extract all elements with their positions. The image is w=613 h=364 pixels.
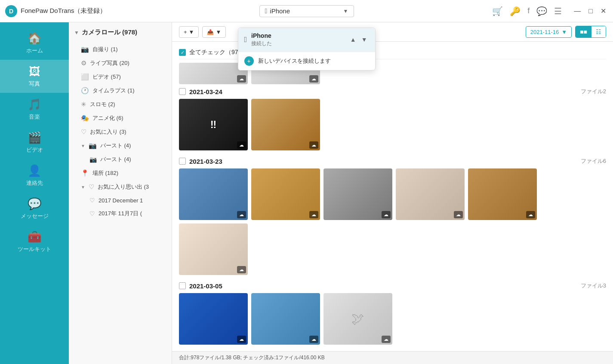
selfie-icon: 📷 [81, 46, 89, 53]
photo-item[interactable]: ‼ ☁ [179, 99, 248, 150]
cloud-icon: ☁ [454, 211, 463, 218]
app-logo: D [5, 5, 17, 17]
device-selector[interactable]:  iPhone ▼ [259, 5, 354, 17]
memory-2017dec-label: 2017 December 1 [99, 197, 143, 204]
dropdown-device-status: 接続した [251, 40, 348, 47]
dropdown-down-btn[interactable]: ▼ [360, 35, 369, 44]
timelapse-icon: 🕐 [81, 87, 89, 95]
sidebar-item-photos[interactable]: 🖼 写真 [0, 60, 69, 93]
date-value: 2021-11-16 [530, 29, 559, 35]
sidebar-burst-sub[interactable]: 📷 バースト (4) [69, 153, 172, 166]
livephoto-label: ライブ写真 (20) [90, 59, 129, 67]
cloud-icon: ☁ [382, 336, 391, 343]
dropdown-up-btn[interactable]: ▲ [348, 35, 358, 44]
date-checkbox-2021-03-24[interactable] [179, 88, 186, 95]
import-button[interactable]: 📤 ▼ [202, 26, 226, 38]
selfie-label: 自撮り (1) [92, 46, 118, 53]
sidebar-burst[interactable]: ▼ 📷 バースト (4) [69, 139, 172, 153]
sidebar-livephoto[interactable]: ⚙ ライブ写真 (20) [69, 56, 172, 70]
cart-icon[interactable]: 🛒 [492, 6, 503, 16]
sidebar-item-messages[interactable]: 💬 メッセージ [0, 192, 69, 225]
menu-icon[interactable]: ☰ [554, 6, 562, 16]
sidebar-item-contacts[interactable]: 👤 連絡先 [0, 159, 69, 192]
secondary-sidebar: ▼ カメラロール (978) 📷 自撮り (1) ⚙ ライブ写真 (20) ⬜ … [69, 22, 172, 364]
photo-item[interactable]: ☁ [251, 99, 320, 150]
date-checkbox-2021-03-23[interactable] [179, 158, 186, 165]
memories-icon: ♡ [89, 183, 94, 191]
photo-item[interactable]: 🕊 ☁ [323, 293, 392, 345]
burst-sub-icon: 📷 [89, 156, 97, 163]
sidebar-video[interactable]: ⬜ ビデオ (57) [69, 70, 172, 84]
dropdown-iphone-item[interactable]:  iPhone 接続した ▲ ▼ [238, 28, 375, 52]
add-button[interactable]: + ▼ [179, 26, 199, 38]
sidebar-memories[interactable]: ▼ ♡ お気に入り思い出 (3 [69, 180, 172, 194]
memories-label: お気に入り思い出 (3 [98, 183, 149, 191]
chevron-down-icon: ▼ [343, 8, 348, 14]
sidebar-label-photos: 写真 [29, 80, 40, 88]
photo-item[interactable]: ☁ [251, 168, 320, 220]
date-chevron-icon: ▼ [561, 29, 567, 35]
sidebar-places[interactable]: 📍 場所 (182) [69, 166, 172, 180]
photo-item[interactable]: ☁ [323, 168, 392, 220]
photo-item[interactable]: ☁ [251, 293, 320, 345]
cloud-icon: ☁ [382, 211, 391, 218]
toolbox-icon: 🧰 [28, 230, 41, 244]
app-name: FonePaw DoTrans（未登録） [21, 7, 107, 15]
date-label-2021-03-05: 2021-03-05 [189, 282, 577, 290]
livephoto-icon: ⚙ [81, 59, 86, 67]
sidebar-memory-2017-nov[interactable]: ♡ 2017年 11月7日 ( [69, 207, 172, 220]
key-icon[interactable]: 🔑 [510, 6, 521, 16]
device-selector-wrapper:  iPhone ▼  iPhone 接続した ▲ ▼ + 新しいデバイスを接… [259, 5, 354, 17]
sidebar-item-music[interactable]: 🎵 音楽 [0, 93, 69, 126]
sidebar-slomo[interactable]: ✳ スロモ (2) [69, 98, 172, 111]
sidebar-label-home: ホーム [26, 47, 43, 55]
photo-item[interactable]: ☁ [179, 223, 248, 275]
sidebar-memory-2017-dec[interactable]: ♡ 2017 December 1 [69, 194, 172, 207]
chat-icon[interactable]: 💬 [536, 6, 547, 16]
date-selector[interactable]: 2021-11-16 ▼ [526, 26, 572, 38]
view-toggle: ■■ ☷ [575, 26, 606, 38]
file-count-2021-03-23: ファイル6 [581, 157, 606, 165]
sidebar-selfie[interactable]: 📷 自撮り (1) [69, 43, 172, 56]
dropdown-apple-icon:  [244, 35, 247, 44]
burst-label: バースト (4) [100, 142, 131, 150]
status-text: 合計:978ファイル/1.38 GB; チェック済み:1ファイル/416.00 … [179, 355, 325, 361]
sidebar-favorites[interactable]: ♡ お気に入り (3) [69, 125, 172, 139]
list-view-button[interactable]: ☷ [591, 26, 606, 37]
sidebar-item-toolbox[interactable]: 🧰 ツールキット [0, 225, 69, 258]
sidebar-item-video[interactable]: 🎬 ビデオ [0, 126, 69, 159]
restore-button[interactable]: □ [587, 6, 595, 16]
content-area: + ▼ 📤 ▼ 2021-11-16 ▼ ■■ ☷ ✓ 全てチェック（978） [172, 22, 613, 364]
sidebar-label-toolbox: ツールキット [18, 245, 51, 253]
sidebar-timelapse[interactable]: 🕐 タイムラプス (1) [69, 84, 172, 98]
dropdown-add-device[interactable]: + 新しいデバイスを接続します [238, 52, 375, 70]
check-all-checkbox[interactable]: ✓ [179, 49, 186, 56]
photo-item[interactable]: ☁ [179, 293, 248, 345]
memory-2017dec-icon: ♡ [89, 197, 95, 204]
video-icon: 🎬 [28, 131, 41, 144]
minimize-button[interactable]: — [572, 6, 582, 16]
date-checkbox-2021-03-05[interactable] [179, 282, 186, 289]
date-header-2021-03-23: 2021-03-23 ファイル6 [179, 157, 606, 165]
sidebar-item-home[interactable]: 🏠 ホーム [0, 27, 69, 60]
add-device-label: 新しいデバイスを接続します [258, 57, 331, 65]
photo-item[interactable]: ☁ [468, 168, 537, 220]
close-button[interactable]: ✕ [599, 6, 608, 16]
secondary-sidebar-title: カメラロール (978) [82, 28, 137, 37]
file-count-2021-03-05: ファイル3 [581, 282, 606, 290]
main-layout: 🏠 ホーム 🖼 写真 🎵 音楽 🎬 ビデオ 👤 連絡先 💬 メッセージ 🧰 ツー… [0, 22, 613, 364]
photo-grid-2021-03-24: ‼ ☁ ☁ [179, 99, 606, 150]
dropdown-item-actions: ▲ ▼ [348, 35, 369, 44]
facebook-icon[interactable]: f [527, 6, 530, 15]
slomo-label: スロモ (2) [90, 101, 115, 108]
apple-icon:  [265, 7, 268, 15]
anime-icon: 🎭 [81, 114, 89, 122]
sidebar-anime[interactable]: 🎭 アニメ化 (6) [69, 111, 172, 125]
add-icon: + [184, 29, 187, 35]
device-dropdown:  iPhone 接続した ▲ ▼ + 新しいデバイスを接続します [238, 28, 376, 70]
photos-icon: 🖼 [29, 65, 40, 78]
photo-item[interactable]: ☁ [396, 168, 465, 220]
grid-view-button[interactable]: ■■ [576, 26, 591, 37]
device-name: iPhone [270, 7, 343, 15]
photo-item[interactable]: ☁ [179, 168, 248, 220]
